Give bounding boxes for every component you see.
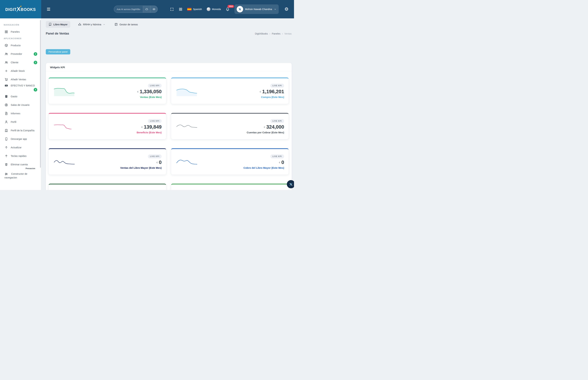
language-selector[interactable]: Spanish: [187, 8, 202, 11]
count-badge: 2: [34, 61, 37, 64]
breadcrumb: DigitXBooks › Paneles › Ventas: [255, 32, 292, 35]
fullscreen-button[interactable]: [170, 7, 174, 11]
sidebar-scrollbar[interactable]: [40, 20, 41, 168]
sidebar: NAVEGACIÓN Paneles APLICACIONES Producto…: [0, 18, 41, 190]
kpi-number: 0: [281, 160, 284, 165]
cloud-scan-icon: [145, 8, 148, 11]
sidebar-item-teclas-rapidas[interactable]: Teclas rapidas: [0, 152, 41, 160]
sidebar-item-informes[interactable]: Informes: [0, 109, 41, 118]
sparkline-chart: [54, 121, 75, 132]
hamburger-menu-button[interactable]: [46, 6, 51, 12]
receipt-icon: [4, 95, 8, 98]
sidebar-item-salas-de-usuario[interactable]: Salas de Usuario: [0, 101, 41, 109]
sidebar-item-label: Perfil: [11, 121, 16, 123]
digitxbooks-logo[interactable]: DIGITXBOOKS: [5, 6, 36, 12]
sidebar-item-proveedor[interactable]: Proveedor 2: [0, 50, 41, 58]
avatar-logo-icon: [239, 8, 241, 11]
customize-panel-button[interactable]: Personalizar panel: [46, 49, 70, 55]
apps-grid-button[interactable]: [179, 7, 183, 11]
kpi-label: Ventas del Libro Mayor (Este Mes): [120, 166, 162, 169]
sidebar-item-label: Informes: [11, 112, 20, 115]
kpi-card-ventas-libro-mayor: LIVE KPI €0 Ventas del Libro Mayor (Este…: [49, 148, 166, 175]
tab-rrhh-nomina[interactable]: RRHH y Nómina: [77, 21, 107, 28]
top-header: DIGITXBOOKS Spanish Moneda: [0, 0, 294, 18]
count-badge: 2: [34, 52, 37, 56]
support-chat-button[interactable]: [287, 180, 294, 188]
currency-label: Moneda: [212, 8, 221, 11]
trash-icon: [4, 163, 8, 166]
sidebar-item-label: EFECTIVO Y BANCO: [11, 84, 35, 87]
sidebar-item-label: Teclas rapidas: [11, 155, 27, 157]
document-icon: [4, 112, 8, 115]
logo-text-right: BOOKS: [20, 7, 36, 12]
ai-search-bar: [114, 6, 158, 13]
sidebar-item-label: Eliminar cuenta: [11, 163, 28, 166]
breadcrumb-current: Ventas: [284, 32, 292, 35]
cart-icon: [4, 77, 8, 81]
sidebar-item-perfil-compania[interactable]: Perfil de la Compañía: [0, 126, 41, 135]
sidebar-item-efectivo-y-banco[interactable]: EFECTIVO Y BANCO 4: [0, 84, 41, 92]
kanban-board-icon: [114, 23, 118, 26]
phone-icon: [4, 137, 8, 141]
kpi-number: 324,000: [266, 124, 284, 130]
language-label: Spanish: [193, 8, 202, 11]
user-menu[interactable]: Mohsin Nawab Chandna: [234, 4, 279, 14]
notifications-button[interactable]: 1910: [226, 7, 230, 11]
sidebar-item-anadir-ventas[interactable]: Añadir Ventas: [0, 75, 41, 84]
breadcrumb-digitxbooks[interactable]: DigitXBooks: [255, 32, 268, 35]
sidebar-item-label: Actualizar: [11, 146, 22, 149]
sidebar-item-paneles[interactable]: Paneles: [0, 28, 41, 36]
chevron-down-icon: [103, 23, 105, 26]
sidebar-item-constructor-navegacion[interactable]: Constructor de navegacion: [0, 171, 41, 181]
sidebar-item-descargar-app[interactable]: Descargar app: [0, 135, 41, 143]
grid-icon: [4, 30, 8, 34]
gear-icon: ⚙: [285, 7, 288, 12]
ai-search-input[interactable]: [114, 8, 143, 11]
sidebar-item-label: Salas de Usuario: [11, 104, 29, 106]
tab-gestor-tareas[interactable]: Gestor de tareas: [113, 21, 139, 28]
breadcrumb-separator: ›: [269, 32, 270, 35]
page-title: Panel de Ventas: [46, 32, 69, 35]
currency-selector[interactable]: Moneda: [207, 7, 221, 11]
plus-icon: [4, 69, 8, 73]
arrow-up-icon: [4, 146, 8, 149]
user-circle-icon: [4, 103, 8, 107]
avatar: [237, 6, 243, 12]
sidebar-item-perfil[interactable]: Perfil: [0, 118, 41, 126]
vision-button[interactable]: [150, 6, 158, 13]
kpi-number: 1,336,050: [140, 89, 162, 94]
notification-count-badge: 1910: [228, 5, 234, 8]
users-icon: [4, 60, 8, 64]
kpi-number: 139,849: [144, 124, 162, 130]
apps-grid-icon: [179, 7, 183, 11]
kpi-label: Compra (Este Mes): [261, 95, 284, 98]
kpi-widgets-card: Widgets KPI LIVE KPI €1,336,050 Ventas (…: [46, 63, 292, 190]
sidebar-item-actualizar[interactable]: Actualizar: [0, 143, 41, 152]
tab-libro-mayor[interactable]: Libro Mayor: [46, 21, 70, 28]
logo-text-left: DIGIT: [5, 7, 17, 12]
fullscreen-icon: [170, 7, 174, 11]
sidebar-section-navigation: NAVEGACIÓN: [0, 22, 41, 28]
digitxbooks-x-icon: [289, 183, 293, 186]
sidebar-item-anadir-stock[interactable]: Añadir Stock: [0, 67, 41, 75]
kpi-label: Beneficio (Este Mes): [137, 131, 162, 134]
breadcrumb-paneles[interactable]: Paneles: [272, 32, 281, 35]
sidebar-section-applications: APLICACIONES: [0, 36, 41, 41]
sidebar-item-label: Paneles: [11, 30, 19, 33]
ocr-scan-button[interactable]: [143, 6, 150, 13]
kpi-card-cuentas-por-cobrar: LIVE KPI €324,000 Cuentas por Cobrar (Es…: [171, 113, 289, 139]
sparkline-chart: [176, 156, 197, 167]
digitxbooks-app: DIGITXBOOKS Spanish Moneda: [0, 0, 294, 190]
sidebar-item-label: Descargar app: [11, 138, 27, 140]
page-header-row: Panel de Ventas DigitXBooks › Paneles › …: [41, 28, 294, 38]
settings-button[interactable]: ⚙: [284, 7, 290, 12]
kpi-grid: LIVE KPI €1,336,050 Ventas (Este Mes) LI…: [46, 71, 292, 190]
arrow-up-icon: [4, 154, 8, 158]
sidebar-item-producto[interactable]: Producto: [0, 41, 41, 50]
kpi-label: Ventas (Este Mes): [140, 95, 162, 98]
sidebar-item-gasto[interactable]: Gasto: [0, 92, 41, 101]
logo-x-mark: X: [17, 6, 20, 12]
spanish-flag-icon: [187, 8, 191, 11]
sidebar-item-cliente[interactable]: Cliente 2: [0, 58, 41, 67]
count-badge: 4: [34, 88, 37, 92]
